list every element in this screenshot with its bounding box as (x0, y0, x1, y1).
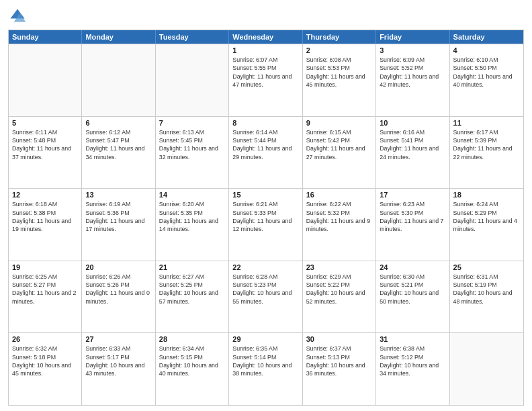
day-number: 2 (306, 46, 372, 54)
day-number: 3 (380, 46, 445, 54)
calendar-row-4: 26Sunrise: 6:32 AM Sunset: 5:18 PM Dayli… (9, 332, 523, 405)
calendar-cell-9: 9Sunrise: 6:15 AM Sunset: 5:42 PM Daylig… (303, 117, 376, 189)
cell-info: Sunrise: 6:34 AM Sunset: 5:15 PM Dayligh… (159, 345, 225, 377)
calendar-cell-15: 15Sunrise: 6:21 AM Sunset: 5:33 PM Dayli… (229, 189, 302, 261)
day-number: 12 (12, 191, 78, 199)
cell-info: Sunrise: 6:27 AM Sunset: 5:25 PM Dayligh… (159, 273, 225, 306)
calendar-cell-empty (9, 44, 82, 116)
header-day-saturday: Saturday (450, 30, 523, 44)
calendar-cell-4: 4Sunrise: 6:10 AM Sunset: 5:50 PM Daylig… (450, 44, 523, 116)
header-day-sunday: Sunday (9, 30, 82, 44)
day-number: 15 (232, 191, 298, 199)
day-number: 8 (232, 119, 298, 127)
day-number: 1 (232, 46, 298, 54)
cell-info: Sunrise: 6:07 AM Sunset: 5:55 PM Dayligh… (232, 56, 298, 89)
calendar-row-1: 5Sunrise: 6:11 AM Sunset: 5:48 PM Daylig… (9, 116, 523, 189)
calendar-row-0: 1Sunrise: 6:07 AM Sunset: 5:55 PM Daylig… (9, 44, 523, 116)
cell-info: Sunrise: 6:30 AM Sunset: 5:21 PM Dayligh… (380, 273, 445, 306)
cell-info: Sunrise: 6:28 AM Sunset: 5:23 PM Dayligh… (232, 273, 298, 306)
day-number: 17 (380, 191, 445, 199)
cell-info: Sunrise: 6:16 AM Sunset: 5:41 PM Dayligh… (380, 128, 445, 161)
day-number: 14 (159, 191, 225, 199)
day-number: 13 (85, 191, 151, 199)
cell-info: Sunrise: 6:33 AM Sunset: 5:17 PM Dayligh… (85, 345, 151, 377)
day-number: 6 (85, 119, 151, 127)
calendar-cell-6: 6Sunrise: 6:12 AM Sunset: 5:47 PM Daylig… (82, 117, 155, 189)
calendar-cell-10: 10Sunrise: 6:16 AM Sunset: 5:41 PM Dayli… (376, 117, 449, 189)
calendar-cell-1: 1Sunrise: 6:07 AM Sunset: 5:55 PM Daylig… (229, 44, 302, 116)
calendar-cell-24: 24Sunrise: 6:30 AM Sunset: 5:21 PM Dayli… (376, 261, 449, 333)
cell-info: Sunrise: 6:09 AM Sunset: 5:52 PM Dayligh… (380, 56, 445, 89)
calendar-cell-11: 11Sunrise: 6:17 AM Sunset: 5:39 PM Dayli… (450, 117, 523, 189)
calendar-cell-3: 3Sunrise: 6:09 AM Sunset: 5:52 PM Daylig… (376, 44, 449, 116)
cell-info: Sunrise: 6:21 AM Sunset: 5:33 PM Dayligh… (232, 200, 298, 233)
calendar-cell-empty (450, 333, 523, 405)
cell-info: Sunrise: 6:26 AM Sunset: 5:26 PM Dayligh… (85, 273, 151, 306)
cell-info: Sunrise: 6:11 AM Sunset: 5:48 PM Dayligh… (12, 128, 78, 161)
day-number: 20 (85, 263, 151, 271)
calendar-cell-21: 21Sunrise: 6:27 AM Sunset: 5:25 PM Dayli… (156, 261, 229, 333)
day-number: 25 (453, 263, 520, 271)
cell-info: Sunrise: 6:15 AM Sunset: 5:42 PM Dayligh… (306, 128, 372, 161)
cell-info: Sunrise: 6:22 AM Sunset: 5:32 PM Dayligh… (306, 200, 372, 233)
header-day-friday: Friday (376, 30, 449, 44)
cell-info: Sunrise: 6:25 AM Sunset: 5:27 PM Dayligh… (12, 273, 78, 306)
calendar-cell-27: 27Sunrise: 6:33 AM Sunset: 5:17 PM Dayli… (82, 333, 155, 405)
header-day-thursday: Thursday (303, 30, 376, 44)
day-number: 19 (12, 263, 78, 271)
calendar-cell-28: 28Sunrise: 6:34 AM Sunset: 5:15 PM Dayli… (156, 333, 229, 405)
calendar-cell-23: 23Sunrise: 6:29 AM Sunset: 5:22 PM Dayli… (303, 261, 376, 333)
cell-info: Sunrise: 6:29 AM Sunset: 5:22 PM Dayligh… (306, 273, 372, 306)
cell-info: Sunrise: 6:37 AM Sunset: 5:13 PM Dayligh… (306, 345, 372, 377)
calendar-cell-14: 14Sunrise: 6:20 AM Sunset: 5:35 PM Dayli… (156, 189, 229, 261)
cell-info: Sunrise: 6:14 AM Sunset: 5:44 PM Dayligh… (232, 128, 298, 161)
day-number: 26 (12, 335, 78, 343)
calendar-cell-18: 18Sunrise: 6:24 AM Sunset: 5:29 PM Dayli… (450, 189, 523, 261)
header-day-tuesday: Tuesday (156, 30, 229, 44)
cell-info: Sunrise: 6:12 AM Sunset: 5:47 PM Dayligh… (85, 128, 151, 161)
day-number: 10 (380, 119, 445, 127)
header-day-monday: Monday (82, 30, 155, 44)
day-number: 4 (453, 46, 520, 54)
day-number: 27 (85, 335, 151, 343)
cell-info: Sunrise: 6:35 AM Sunset: 5:14 PM Dayligh… (232, 345, 298, 377)
day-number: 31 (380, 335, 445, 343)
cell-info: Sunrise: 6:38 AM Sunset: 5:12 PM Dayligh… (380, 345, 445, 377)
calendar-cell-31: 31Sunrise: 6:38 AM Sunset: 5:12 PM Dayli… (376, 333, 449, 405)
calendar-cell-25: 25Sunrise: 6:31 AM Sunset: 5:19 PM Dayli… (450, 261, 523, 333)
calendar-body: 1Sunrise: 6:07 AM Sunset: 5:55 PM Daylig… (9, 44, 523, 405)
calendar-cell-30: 30Sunrise: 6:37 AM Sunset: 5:13 PM Dayli… (303, 333, 376, 405)
calendar-cell-2: 2Sunrise: 6:08 AM Sunset: 5:53 PM Daylig… (303, 44, 376, 116)
header-day-wednesday: Wednesday (229, 30, 302, 44)
cell-info: Sunrise: 6:17 AM Sunset: 5:39 PM Dayligh… (453, 128, 520, 161)
calendar-cell-empty (156, 44, 229, 116)
day-number: 16 (306, 191, 372, 199)
calendar-cell-16: 16Sunrise: 6:22 AM Sunset: 5:32 PM Dayli… (303, 189, 376, 261)
calendar-cell-7: 7Sunrise: 6:13 AM Sunset: 5:45 PM Daylig… (156, 117, 229, 189)
cell-info: Sunrise: 6:32 AM Sunset: 5:18 PM Dayligh… (12, 345, 78, 377)
cell-info: Sunrise: 6:08 AM Sunset: 5:53 PM Dayligh… (306, 56, 372, 89)
day-number: 28 (159, 335, 225, 343)
calendar-header: SundayMondayTuesdayWednesdayThursdayFrid… (9, 30, 523, 44)
calendar-cell-20: 20Sunrise: 6:26 AM Sunset: 5:26 PM Dayli… (82, 261, 155, 333)
cell-info: Sunrise: 6:19 AM Sunset: 5:36 PM Dayligh… (85, 200, 151, 233)
calendar-cell-26: 26Sunrise: 6:32 AM Sunset: 5:18 PM Dayli… (9, 333, 82, 405)
day-number: 7 (159, 119, 225, 127)
calendar-cell-8: 8Sunrise: 6:14 AM Sunset: 5:44 PM Daylig… (229, 117, 302, 189)
calendar-cell-22: 22Sunrise: 6:28 AM Sunset: 5:23 PM Dayli… (229, 261, 302, 333)
calendar-cell-5: 5Sunrise: 6:11 AM Sunset: 5:48 PM Daylig… (9, 117, 82, 189)
day-number: 18 (453, 191, 520, 199)
logo-icon (8, 7, 27, 26)
calendar-cell-13: 13Sunrise: 6:19 AM Sunset: 5:36 PM Dayli… (82, 189, 155, 261)
page-header (8, 7, 524, 26)
calendar-cell-17: 17Sunrise: 6:23 AM Sunset: 5:30 PM Dayli… (376, 189, 449, 261)
calendar-cell-empty (82, 44, 155, 116)
calendar: SundayMondayTuesdayWednesdayThursdayFrid… (8, 30, 524, 406)
cell-info: Sunrise: 6:18 AM Sunset: 5:38 PM Dayligh… (12, 200, 78, 233)
day-number: 11 (453, 119, 520, 127)
cell-info: Sunrise: 6:24 AM Sunset: 5:29 PM Dayligh… (453, 200, 520, 233)
day-number: 21 (159, 263, 225, 271)
day-number: 29 (232, 335, 298, 343)
calendar-cell-29: 29Sunrise: 6:35 AM Sunset: 5:14 PM Dayli… (229, 333, 302, 405)
calendar-cell-12: 12Sunrise: 6:18 AM Sunset: 5:38 PM Dayli… (9, 189, 82, 261)
